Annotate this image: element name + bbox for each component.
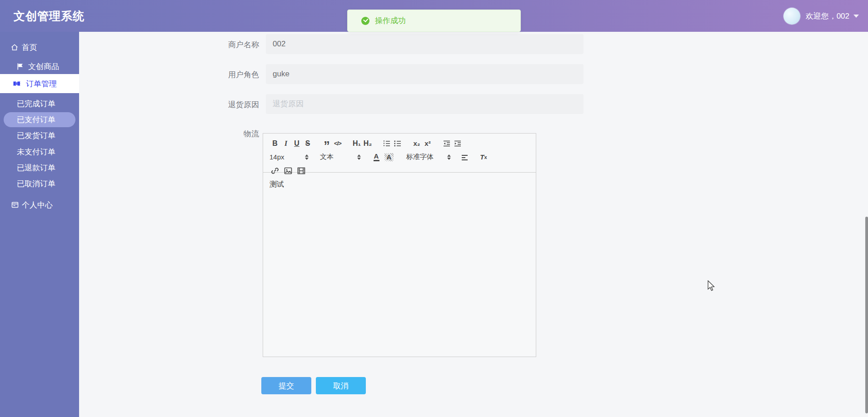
sidebar-item-unpaid-orders[interactable]: 未支付订单 [0, 144, 79, 159]
sidebar-item-completed-orders[interactable]: 已完成订单 [0, 96, 79, 111]
sidebar-item-paid-orders[interactable]: 已支付订单 [4, 112, 75, 127]
logistics-editor: B I U S ” </> H₁ H₂ x₂ x² [263, 133, 536, 357]
toolbar-row-2: 14px 文本 A A 标准字体 Tx [269, 152, 530, 162]
user-role-input[interactable] [266, 64, 584, 84]
sidebar-item-label: 首页 [22, 42, 37, 53]
sidebar-item-label: 已完成订单 [17, 99, 55, 108]
align-icon[interactable] [459, 152, 470, 162]
bold-icon[interactable]: B [269, 139, 280, 149]
sidebar-item-label: 已支付订单 [17, 115, 55, 124]
text-color-icon[interactable]: A [371, 152, 382, 162]
underline-icon[interactable]: U [291, 139, 302, 149]
sidebar-item-label: 未支付订单 [17, 148, 55, 156]
success-check-icon [361, 17, 369, 25]
user-menu[interactable]: 欢迎您，002 [783, 0, 859, 32]
sidebar-item-label: 已发货订单 [17, 131, 55, 140]
merchant-name-input[interactable] [266, 34, 584, 54]
editor-toolbar: B I U S ” </> H₁ H₂ x₂ x² [263, 134, 536, 173]
updown-caret-icon [357, 154, 361, 160]
bullet-list-icon[interactable] [392, 139, 403, 149]
toolbar-row-1: B I U S ” </> H₁ H₂ x₂ x² [269, 138, 530, 149]
welcome-text: 欢迎您，002 [806, 11, 849, 21]
clean-format-icon[interactable]: Tx [478, 152, 489, 162]
sidebar: 首页 文创商品 订单管理 已完成订单 已支付订单 已发货订单 未支付订单 已退款… [0, 32, 79, 417]
avatar[interactable] [783, 8, 800, 25]
strikethrough-icon[interactable]: S [302, 139, 313, 149]
font-size-value: 14px [269, 153, 284, 161]
indent-icon[interactable] [452, 139, 463, 149]
font-size-select[interactable]: 14px [269, 153, 309, 161]
ticket-icon [13, 80, 21, 87]
dropdown-caret-icon [853, 15, 859, 18]
updown-caret-icon [447, 154, 451, 160]
header-1-icon[interactable]: H₁ [351, 139, 362, 149]
sidebar-item-label: 已退款订单 [17, 164, 55, 172]
card-icon [11, 201, 19, 209]
blockquote-icon[interactable]: ” [321, 136, 332, 151]
sidebar-item-label: 订单管理 [26, 79, 57, 89]
home-icon [10, 43, 19, 51]
italic-icon[interactable]: I [280, 139, 291, 149]
field-label-return-reason: 退货原因 [228, 99, 259, 110]
toast-message: 操作成功 [375, 15, 406, 26]
ordered-list-icon[interactable] [381, 139, 392, 149]
editor-content[interactable]: 测试 [263, 173, 536, 357]
app-title: 文创管理系统 [14, 0, 85, 32]
superscript-icon[interactable]: x² [422, 139, 433, 149]
paragraph-select[interactable]: 文本 [320, 153, 361, 161]
scrollbar-thumb[interactable] [865, 217, 868, 413]
sidebar-item-home[interactable]: 首页 [0, 40, 79, 55]
sidebar-item-orders[interactable]: 订单管理 [0, 74, 79, 93]
sidebar-item-shipped-orders[interactable]: 已发货订单 [0, 128, 79, 143]
updown-caret-icon [305, 154, 309, 160]
clean-letter: T [480, 153, 484, 161]
field-label-user-role: 用户角色 [228, 70, 259, 80]
flag-icon [16, 63, 24, 70]
sidebar-item-label: 已取消订单 [17, 179, 55, 188]
sidebar-item-refunded-orders[interactable]: 已退款订单 [0, 160, 79, 175]
app-root: 文创管理系统 欢迎您，002 操作成功 首页 文创商品 订单管理 已完成订单 已… [0, 0, 868, 417]
field-label-merchant-name: 商户名称 [228, 40, 259, 50]
sidebar-item-cancelled-orders[interactable]: 已取消订单 [0, 176, 79, 191]
field-label-logistics: 物流 [244, 129, 259, 139]
sidebar-item-goods[interactable]: 文创商品 [0, 59, 79, 74]
cancel-button[interactable]: 取消 [316, 377, 366, 394]
sidebar-item-profile[interactable]: 个人中心 [0, 198, 79, 212]
subscript-icon[interactable]: x₂ [411, 139, 422, 149]
paragraph-value: 文本 [320, 153, 334, 161]
sidebar-item-label: 个人中心 [22, 200, 53, 210]
color-letter: A [374, 153, 379, 159]
editor-text: 测试 [269, 180, 284, 188]
font-family-value: 标准字体 [406, 153, 434, 161]
code-block-icon[interactable]: </> [332, 139, 343, 149]
return-reason-input[interactable] [266, 94, 584, 114]
success-toast: 操作成功 [347, 10, 521, 32]
sidebar-item-label: 文创商品 [28, 61, 59, 72]
mouse-cursor [707, 280, 717, 293]
font-family-select[interactable]: 标准字体 [406, 153, 451, 161]
submit-button[interactable]: 提交 [261, 377, 311, 394]
header-2-icon[interactable]: H₂ [362, 139, 373, 149]
highlight-color-icon[interactable]: A [384, 153, 394, 161]
outdent-icon[interactable] [441, 139, 452, 149]
